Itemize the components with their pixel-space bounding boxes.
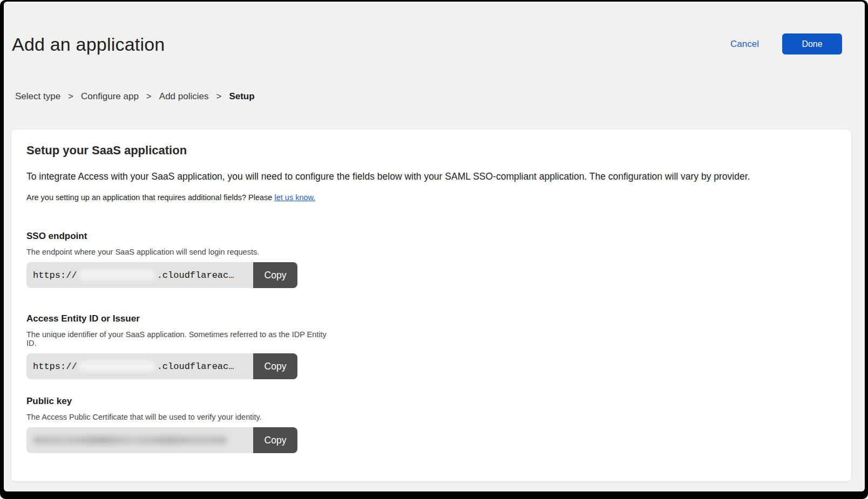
- field-sso-endpoint: SSO endpoint The endpoint where your Saa…: [26, 231, 329, 288]
- breadcrumb-setup-current: Setup: [229, 91, 254, 102]
- card-intro-text: To integrate Access with your SaaS appli…: [26, 171, 836, 182]
- field-label: SSO endpoint: [26, 231, 329, 242]
- card-note-text: Are you setting up an application that r…: [26, 193, 274, 202]
- sso-endpoint-value[interactable]: https://.cloudflareac…: [26, 262, 253, 288]
- breadcrumb-separator: >: [68, 91, 73, 102]
- public-key-value[interactable]: [26, 427, 253, 453]
- breadcrumb-configure-app[interactable]: Configure app: [81, 91, 139, 102]
- access-entity-id-copy-button[interactable]: Copy: [253, 353, 297, 379]
- add-application-page: Add an application Cancel Done Select ty…: [4, 2, 865, 491]
- done-button[interactable]: Done: [782, 33, 842, 54]
- screenshot-frame: Add an application Cancel Done Select ty…: [0, 0, 868, 499]
- field-row: https://.cloudflareac… Copy: [26, 353, 297, 379]
- public-key-copy-button[interactable]: Copy: [253, 427, 297, 453]
- breadcrumb-separator: >: [146, 91, 152, 102]
- page-title: Add an application: [12, 34, 165, 55]
- breadcrumb-add-policies[interactable]: Add policies: [159, 91, 209, 102]
- redacted-value: [79, 270, 155, 281]
- card-note: Are you setting up an application that r…: [26, 193, 315, 202]
- redacted-value: [33, 436, 227, 445]
- breadcrumb: Select type > Configure app > Add polici…: [15, 91, 255, 102]
- field-description: The Access Public Certificate that will …: [26, 413, 329, 421]
- field-description: The unique identifier of your SaaS appli…: [26, 330, 329, 347]
- breadcrumb-separator: >: [216, 91, 221, 102]
- header-actions: Cancel Done: [730, 33, 842, 54]
- field-label: Public key: [26, 396, 329, 407]
- setup-card: Setup your SaaS application To integrate…: [11, 129, 852, 482]
- field-row: Copy: [26, 427, 297, 453]
- sso-endpoint-copy-button[interactable]: Copy: [253, 262, 297, 288]
- redacted-value: [79, 361, 155, 372]
- cancel-button[interactable]: Cancel: [730, 39, 759, 50]
- field-public-key: Public key The Access Public Certificate…: [26, 396, 329, 453]
- let-us-know-link[interactable]: let us know.: [274, 193, 315, 202]
- field-row: https://.cloudflareac… Copy: [26, 262, 297, 288]
- field-access-entity-id: Access Entity ID or Issuer The unique id…: [26, 313, 329, 379]
- card-heading: Setup your SaaS application: [26, 143, 187, 158]
- access-entity-id-value[interactable]: https://.cloudflareac…: [26, 353, 253, 379]
- breadcrumb-select-type[interactable]: Select type: [15, 91, 60, 102]
- field-description: The endpoint where your SaaS application…: [26, 248, 329, 256]
- field-label: Access Entity ID or Issuer: [26, 313, 329, 324]
